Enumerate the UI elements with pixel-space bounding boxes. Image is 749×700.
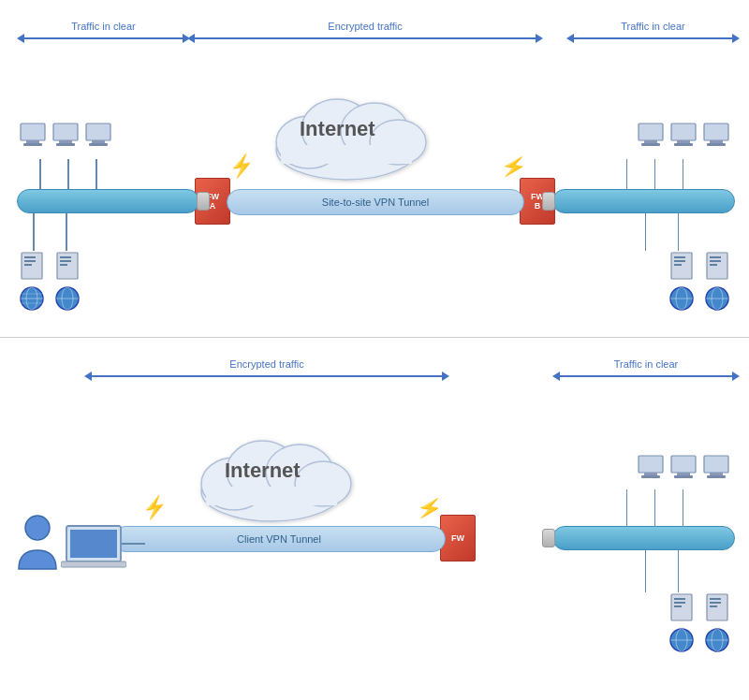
arrow-right-head-3: [732, 34, 740, 43]
svg-rect-25: [24, 256, 36, 258]
computer-icon-1: [19, 122, 47, 157]
arrow-traffic-clear-right: Traffic in clear: [566, 21, 740, 43]
lightning-right-bottom-icon: ⚡: [415, 494, 444, 522]
svg-rect-42: [674, 260, 685, 262]
svg-rect-20: [674, 143, 693, 146]
svg-rect-22: [710, 140, 723, 143]
vert-line-b1: [626, 489, 628, 527]
vert-line-7: [33, 213, 35, 251]
vpn-tunnel-bottom: Client VPN Tunnel: [112, 526, 446, 552]
svg-rect-19: [677, 140, 690, 143]
arrow-traffic-clear-left: Traffic in clear: [17, 21, 190, 43]
svg-rect-5: [281, 145, 412, 164]
servers-top-right: [668, 251, 730, 311]
svg-rect-75: [674, 602, 685, 604]
arrow-encrypted-top: Encrypted traffic: [187, 21, 543, 43]
vert-line-b3: [683, 489, 684, 527]
arrow-shaft-b1: [92, 375, 442, 377]
svg-rect-16: [644, 140, 657, 143]
svg-rect-36: [60, 264, 67, 266]
vert-line-4: [626, 159, 628, 189]
svg-rect-27: [24, 264, 32, 266]
svg-rect-41: [674, 256, 685, 258]
svg-rect-70: [704, 456, 728, 473]
fw-b-sub: B: [535, 201, 541, 211]
svg-rect-8: [23, 143, 42, 146]
vert-line-10: [645, 213, 647, 251]
arrow-left-head-b2: [552, 372, 560, 381]
computers-top-left: [19, 122, 112, 157]
vert-line-2: [67, 159, 69, 189]
svg-rect-69: [674, 475, 693, 478]
svg-rect-62: [70, 530, 117, 558]
svg-rect-14: [89, 143, 108, 146]
arrow-left-head-b1: [84, 372, 92, 381]
vert-line-9: [678, 213, 680, 251]
vert-line-b5: [645, 550, 647, 592]
svg-rect-48: [710, 256, 721, 258]
svg-rect-11: [56, 143, 75, 146]
svg-rect-68: [677, 473, 690, 475]
svg-rect-71: [710, 473, 723, 475]
svg-rect-72: [707, 475, 726, 478]
computer-icon-b2: [669, 454, 698, 489]
net-connector-bottom-right: [542, 529, 555, 547]
svg-rect-10: [59, 140, 72, 143]
net-connector-left: [197, 192, 210, 211]
computer-icon-2: [51, 122, 80, 157]
arrow-shaft-3: [574, 37, 732, 39]
svg-rect-18: [671, 124, 696, 140]
label-traffic-clear-bottom-right: Traffic in clear: [552, 358, 740, 370]
servers-bottom-right: [668, 592, 730, 652]
arrow-encrypted-bottom: Encrypted traffic: [84, 358, 449, 381]
internet-label-top: Internet: [300, 117, 375, 141]
vert-line-3: [95, 159, 97, 189]
label-traffic-clear-right: Traffic in clear: [566, 21, 740, 32]
svg-rect-74: [674, 598, 685, 600]
svg-rect-21: [704, 124, 728, 140]
vert-line-6: [683, 159, 684, 189]
svg-rect-63: [61, 561, 126, 567]
arrow-traffic-clear-bottom-right: Traffic in clear: [552, 358, 740, 381]
laptop-icon: [61, 524, 126, 574]
vert-line-1: [39, 159, 41, 189]
svg-rect-49: [710, 260, 721, 262]
label-traffic-clear-left: Traffic in clear: [17, 21, 190, 32]
svg-rect-15: [639, 124, 663, 140]
vert-line-b2: [654, 489, 656, 527]
net-bar-bottom-right: [552, 526, 735, 550]
vert-line-b4: [678, 550, 680, 592]
svg-rect-82: [710, 602, 721, 604]
person-icon: [14, 515, 61, 571]
svg-rect-59: [206, 487, 337, 505]
svg-rect-66: [641, 475, 660, 478]
lightning-left-icon: ⚡: [228, 153, 257, 181]
net-bar-right: [552, 189, 735, 213]
svg-rect-34: [60, 256, 71, 258]
net-connector-right: [542, 192, 555, 211]
svg-rect-43: [674, 264, 682, 266]
globe-server-1: [19, 251, 45, 311]
globe-server-2: [668, 251, 695, 311]
svg-rect-65: [644, 473, 657, 475]
computer-icon-5: [669, 122, 698, 157]
horiz-line-laptop: [122, 543, 145, 545]
arrow-right-head-2: [536, 34, 543, 43]
arrow-left-head-1: [17, 34, 24, 43]
svg-point-60: [25, 516, 50, 540]
svg-rect-23: [707, 143, 726, 146]
arrow-right-head-b1: [442, 372, 449, 381]
computer-icon-b3: [702, 454, 730, 489]
vpn-tunnel-top: Site-to-site VPN Tunnel: [227, 189, 524, 215]
arrow-right-head-b2: [732, 372, 740, 381]
svg-rect-7: [26, 140, 39, 143]
svg-rect-12: [86, 124, 110, 140]
lightning-left-bottom-icon: ⚡: [140, 494, 169, 522]
globe-server-b1: [668, 592, 695, 652]
label-encrypted-top: Encrypted traffic: [187, 21, 543, 32]
vpn-tunnel-label-bottom: Client VPN Tunnel: [237, 533, 321, 545]
computers-bottom-right: [637, 454, 730, 489]
lightning-right-icon: ⚡: [499, 153, 528, 181]
fw-a-sub: A: [210, 201, 216, 211]
computers-top-right: [637, 122, 730, 157]
